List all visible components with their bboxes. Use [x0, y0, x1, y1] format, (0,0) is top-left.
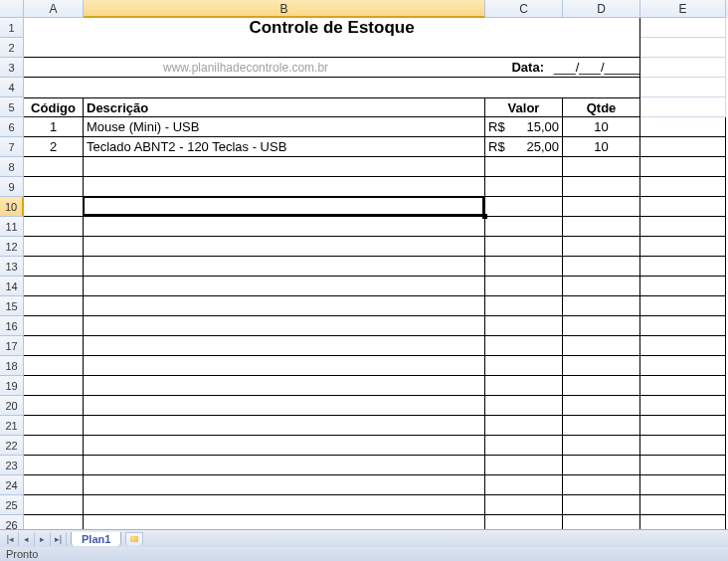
cell[interactable] — [640, 78, 726, 97]
col-header-A[interactable]: A — [24, 0, 84, 18]
cell-qtde[interactable] — [563, 495, 640, 515]
cell-qtde[interactable] — [563, 197, 640, 217]
row-header-18[interactable]: 18 — [0, 356, 24, 376]
row-header-14[interactable]: 14 — [0, 277, 24, 296]
cell-valor[interactable] — [485, 475, 563, 495]
cell-valor[interactable] — [485, 416, 563, 436]
cell-descricao[interactable] — [84, 475, 485, 495]
row-header-24[interactable]: 24 — [0, 475, 24, 495]
cell-codigo[interactable] — [24, 356, 84, 376]
cell-qtde[interactable] — [563, 157, 640, 177]
cell-codigo[interactable] — [24, 177, 84, 197]
cell-valor[interactable] — [485, 257, 563, 277]
header-valor[interactable]: Valor — [485, 97, 563, 117]
cell[interactable] — [640, 257, 726, 277]
cell[interactable] — [640, 197, 726, 217]
row-header-22[interactable]: 22 — [0, 436, 24, 456]
cell[interactable] — [640, 316, 726, 336]
title-span-row2[interactable] — [24, 38, 640, 58]
cell[interactable] — [640, 277, 726, 296]
cell-valor[interactable] — [485, 277, 563, 296]
cell-codigo[interactable] — [24, 436, 84, 456]
cell-codigo[interactable] — [24, 217, 84, 237]
cell-codigo[interactable] — [24, 475, 84, 495]
row-header-8[interactable]: 8 — [0, 157, 24, 177]
cell-descricao[interactable] — [84, 177, 485, 197]
cell-codigo[interactable] — [24, 396, 84, 416]
cell-codigo[interactable] — [24, 515, 84, 529]
cell-qtde[interactable] — [563, 475, 640, 495]
tab-nav-next[interactable]: ▸ — [35, 532, 51, 546]
cell[interactable] — [640, 137, 726, 157]
row-header-19[interactable]: 19 — [0, 376, 24, 396]
cell-qtde[interactable] — [563, 336, 640, 356]
row-header-1[interactable]: 1 — [0, 18, 24, 38]
new-sheet-button[interactable] — [125, 532, 143, 546]
cell-valor[interactable]: R$15,00 — [485, 117, 563, 137]
cell-codigo[interactable] — [24, 277, 84, 296]
cell-qtde[interactable] — [563, 237, 640, 257]
row-header-6[interactable]: 6 — [0, 117, 24, 137]
cell-qtde[interactable] — [563, 436, 640, 456]
cell-valor[interactable] — [485, 336, 563, 356]
cell[interactable] — [640, 416, 726, 436]
cell-descricao[interactable] — [84, 356, 485, 376]
cell-codigo[interactable] — [24, 416, 84, 436]
cell[interactable] — [640, 296, 726, 316]
date-cell[interactable]: Data:___/___/_____ — [485, 58, 640, 78]
cell-valor[interactable]: R$25,00 — [485, 137, 563, 157]
header-qtde[interactable]: Qtde — [563, 97, 640, 117]
title-cell[interactable]: Controle de Estoque — [24, 18, 640, 38]
cell[interactable] — [640, 117, 726, 137]
cell-qtde[interactable] — [563, 376, 640, 396]
cell-codigo[interactable] — [24, 316, 84, 336]
cell-descricao[interactable] — [84, 197, 485, 217]
row-header-26[interactable]: 26 — [0, 515, 24, 529]
cell[interactable] — [640, 18, 726, 38]
cell-valor[interactable] — [485, 515, 563, 529]
cell-valor[interactable] — [485, 157, 563, 177]
select-all-corner[interactable] — [0, 0, 24, 18]
cell-qtde[interactable] — [563, 515, 640, 529]
row-header-16[interactable]: 16 — [0, 316, 24, 336]
cell-valor[interactable] — [485, 376, 563, 396]
cell-valor[interactable] — [485, 396, 563, 416]
cell-codigo[interactable] — [24, 456, 84, 475]
cell-qtde[interactable]: 10 — [563, 117, 640, 137]
col-header-D[interactable]: D — [563, 0, 640, 18]
cell-descricao[interactable] — [84, 237, 485, 257]
cell-qtde[interactable] — [563, 217, 640, 237]
header-codigo[interactable]: Código — [24, 97, 84, 117]
cell[interactable] — [640, 217, 726, 237]
spreadsheet-grid[interactable]: A B C D E 1Controle de Estoque23www.plan… — [0, 0, 728, 529]
cell-valor[interactable] — [485, 316, 563, 336]
col-header-B[interactable]: B — [84, 0, 485, 18]
cell[interactable] — [640, 157, 726, 177]
cell-qtde[interactable] — [563, 416, 640, 436]
cell-codigo[interactable]: 2 — [24, 137, 84, 157]
cell-descricao[interactable]: Mouse (Mini) - USB — [84, 117, 485, 137]
row-header-21[interactable]: 21 — [0, 416, 24, 436]
cell-descricao[interactable] — [84, 436, 485, 456]
cell-valor[interactable] — [485, 197, 563, 217]
tab-nav-prev[interactable]: ◂ — [19, 532, 35, 546]
cell[interactable] — [640, 515, 726, 529]
cell-codigo[interactable] — [24, 376, 84, 396]
cell-valor[interactable] — [485, 177, 563, 197]
cell-qtde[interactable] — [563, 396, 640, 416]
cell[interactable] — [640, 475, 726, 495]
cell[interactable] — [640, 456, 726, 475]
cell-valor[interactable] — [485, 436, 563, 456]
cell-valor[interactable] — [485, 217, 563, 237]
cell-codigo[interactable] — [24, 237, 84, 257]
cell-descricao[interactable] — [84, 217, 485, 237]
cell-valor[interactable] — [485, 356, 563, 376]
cell-qtde[interactable] — [563, 257, 640, 277]
cell-descricao[interactable] — [84, 416, 485, 436]
tab-nav-last[interactable]: ▸| — [51, 532, 67, 546]
row-header-12[interactable]: 12 — [0, 237, 24, 257]
cell-descricao[interactable] — [84, 257, 485, 277]
cell[interactable] — [640, 376, 726, 396]
row-header-3[interactable]: 3 — [0, 58, 24, 78]
row-header-9[interactable]: 9 — [0, 177, 24, 197]
